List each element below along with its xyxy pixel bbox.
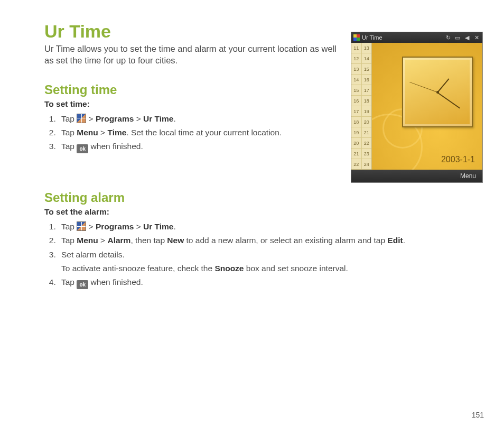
text: to add a new alarm, or select an existin… — [184, 236, 387, 245]
list-cell: 14 — [362, 53, 372, 63]
bold: Programs — [96, 222, 134, 231]
list-cell: 13 — [351, 64, 362, 74]
list-row: 1820 — [351, 117, 371, 127]
text: box and set snooze interval. — [244, 264, 348, 273]
text: when finished. — [88, 277, 143, 286]
date-label: 2003-1-1 — [441, 155, 475, 164]
heading-setting-time: Setting time — [44, 82, 340, 97]
text: Tap — [61, 114, 77, 123]
step: Tap > Programs > Ur Time. — [58, 112, 340, 126]
text: . Set the local time at your current loc… — [126, 128, 282, 137]
bold: Ur Time — [143, 114, 173, 123]
list-cell: 15 — [362, 64, 372, 74]
clock-area: 2003-1-1 — [372, 43, 482, 170]
list-cell: 23 — [362, 149, 372, 159]
separator: > — [98, 236, 108, 245]
list-cell: 21 — [351, 149, 362, 159]
list-row: 2123 — [351, 149, 371, 159]
bold: Alarm — [107, 236, 130, 245]
list-cell: 19 — [362, 106, 372, 116]
text: . — [173, 222, 175, 231]
side-list: 1113121413151416151716181719182019212022… — [351, 43, 372, 170]
bold: Edit — [387, 236, 403, 245]
list-row: 1416 — [351, 75, 371, 85]
text: Tap — [61, 222, 77, 231]
text: . — [173, 114, 175, 123]
list-cell: 21 — [362, 127, 372, 137]
list-row: 1315 — [351, 64, 371, 75]
list-cell: 18 — [362, 96, 372, 106]
ok-icon: ok — [77, 280, 88, 289]
steps-set-time: Tap > Programs > Ur Time. Tap Menu > Tim… — [44, 112, 340, 154]
subheading-set-alarm: To set the alarm: — [44, 207, 483, 217]
list-row: 1214 — [351, 53, 371, 64]
start-icon — [353, 34, 360, 41]
list-cell: 24 — [362, 159, 372, 169]
bold: Snooze — [214, 264, 244, 273]
intro-text: Ur Time allows you to set the time and a… — [44, 43, 340, 67]
list-cell: 20 — [362, 117, 372, 127]
list-cell: 11 — [351, 43, 362, 53]
signal-icon: ▭ — [454, 34, 461, 41]
ok-icon: ok — [77, 144, 88, 153]
text: Tap — [61, 236, 77, 245]
text: . — [403, 236, 405, 245]
list-cell: 12 — [351, 53, 362, 63]
subheading-set-time: To set time: — [44, 99, 340, 109]
speaker-icon: ◀ — [463, 34, 471, 41]
list-row: 1921 — [351, 127, 371, 138]
step: Tap ok when finished. — [58, 140, 340, 153]
list-cell: 17 — [362, 85, 372, 95]
separator: > — [98, 128, 108, 137]
list-cell: 22 — [362, 138, 372, 148]
step: Set alarm details. To activate anti-snoo… — [58, 248, 483, 276]
list-cell: 16 — [362, 75, 372, 85]
bold: Menu — [77, 128, 98, 137]
start-icon — [77, 221, 86, 231]
text: Tap — [61, 128, 77, 137]
close-icon: ✕ — [473, 34, 480, 41]
list-cell: 17 — [351, 106, 362, 116]
start-icon — [77, 114, 86, 123]
step: Tap Menu > Alarm, then tap New to add a … — [58, 234, 483, 247]
list-row: 1517 — [351, 85, 371, 96]
bottom-bar: Menu — [351, 170, 482, 182]
text: Set alarm details. — [61, 250, 125, 259]
window-title: Ur Time — [362, 34, 382, 41]
text: Tap — [61, 142, 77, 151]
separator: > — [86, 222, 96, 231]
text: Tap — [61, 277, 77, 286]
list-row: 1113 — [351, 43, 371, 53]
analog-clock — [402, 57, 473, 127]
bold: Menu — [77, 236, 98, 245]
device-screenshot: Ur Time ↻ ▭ ◀ ✕ 111312141315141615171618… — [351, 32, 483, 183]
titlebar: Ur Time ↻ ▭ ◀ ✕ — [351, 32, 482, 43]
text: , then tap — [130, 236, 167, 245]
separator: > — [86, 114, 96, 123]
list-cell: 20 — [351, 138, 362, 148]
separator: > — [134, 222, 143, 231]
sync-icon: ↻ — [444, 34, 452, 41]
list-row: 1719 — [351, 106, 371, 117]
bold: New — [167, 236, 184, 245]
heading-setting-alarm: Setting alarm — [44, 190, 483, 205]
list-row: 2224 — [351, 159, 371, 170]
step: Tap > Programs > Ur Time. — [58, 220, 483, 234]
step: Tap Menu > Time. Set the local time at y… — [58, 126, 340, 140]
text: when finished. — [88, 142, 143, 151]
list-cell: 15 — [351, 85, 362, 95]
menu-button[interactable]: Menu — [460, 172, 476, 180]
bold: Ur Time — [143, 222, 173, 231]
separator: > — [134, 114, 143, 123]
step: Tap ok when finished. — [58, 275, 483, 289]
list-cell: 16 — [351, 96, 362, 106]
list-cell: 19 — [351, 127, 362, 137]
bold: Programs — [96, 114, 134, 123]
text: To activate anti-snooze feature, check t… — [61, 264, 214, 273]
steps-set-alarm: Tap > Programs > Ur Time. Tap Menu > Ala… — [44, 220, 483, 290]
page-title: Ur Time — [44, 21, 340, 42]
bold: Time — [107, 128, 126, 137]
list-cell: 14 — [351, 75, 362, 85]
list-cell: 22 — [351, 159, 362, 169]
list-row: 1618 — [351, 96, 371, 106]
